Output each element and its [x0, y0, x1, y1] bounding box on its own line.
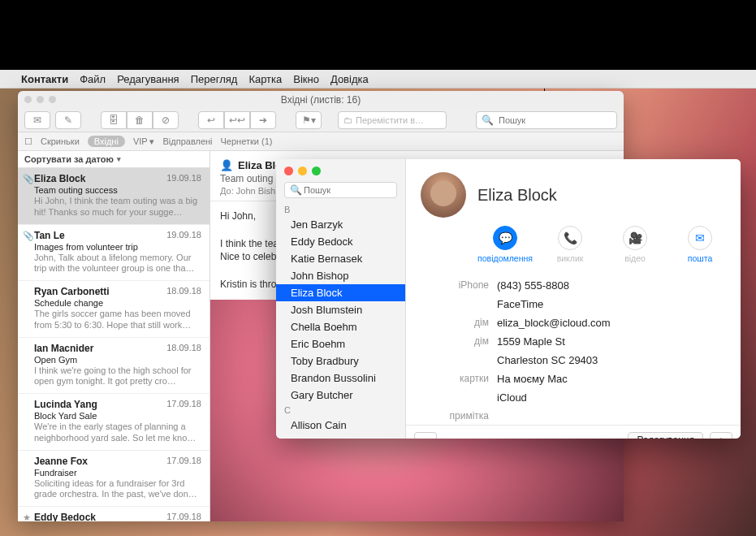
field-value[interactable]: Charleston SC 29403: [497, 354, 598, 366]
contact-item[interactable]: Toby Bradbury: [276, 352, 405, 370]
field-value[interactable]: eliza_block@icloud.com: [497, 317, 611, 329]
message-preview: John, Talk about a lifelong memory. Our …: [34, 253, 203, 275]
menu-contacts[interactable]: Контакти: [21, 73, 68, 85]
tab-drafts[interactable]: Чернетки (1): [221, 136, 273, 146]
star-icon: ★: [23, 512, 31, 521]
menu-edit[interactable]: Редагування: [117, 73, 179, 85]
move-placeholder: Перемістити в…: [356, 115, 424, 125]
contacts-sidebar: 🔍 BJen BarzykEddy BedockKatie BernasekJo…: [276, 159, 406, 439]
message-item[interactable]: Ryan Carbonetti18.09.18Schedule changeTh…: [18, 281, 210, 338]
flag-button[interactable]: ⚑▾: [296, 111, 322, 129]
move-to-selector[interactable]: 🗀 Перемістити в…: [338, 111, 447, 129]
message-item[interactable]: 📎Tan Le19.09.18Images from volunteer tri…: [18, 225, 210, 282]
field-label: примітка: [421, 410, 497, 421]
contact-item[interactable]: Eliza Block: [276, 284, 405, 301]
menu-help[interactable]: Довідка: [330, 73, 369, 85]
message-date: 18.09.18: [166, 286, 201, 296]
menu-view[interactable]: Перегляд: [191, 73, 238, 85]
contact-icon[interactable]: 👤: [220, 159, 233, 171]
message-subject: Images from volunteer trip: [34, 242, 203, 252]
video-icon: 🎥: [623, 226, 647, 250]
message-item[interactable]: Lucinda Yang17.09.18Block Yard SaleWe're…: [18, 394, 210, 451]
contact-item[interactable]: Gary Butcher: [276, 387, 405, 404]
menu-file[interactable]: Файл: [80, 73, 106, 85]
field-value[interactable]: iCloud: [497, 391, 527, 404]
contact-item[interactable]: Josh Blumstein: [276, 301, 405, 318]
tab-vip[interactable]: VIP ▾: [133, 136, 155, 147]
field-value[interactable]: (843) 555-8808: [497, 279, 569, 292]
mail-window-title: Вхідні (листів: 16): [281, 94, 361, 106]
traffic-lights[interactable]: [24, 96, 56, 103]
search-icon: 🔍: [482, 115, 494, 126]
action-label: відео: [624, 253, 646, 263]
mail-title-bar[interactable]: Вхідні (листів: 16): [18, 91, 624, 109]
contact-item[interactable]: Allison Cain: [276, 417, 405, 434]
contact-item[interactable]: Jen Barzyk: [276, 216, 405, 233]
contact-item[interactable]: John Bishop: [276, 267, 405, 284]
mail-action[interactable]: ✉ пошта: [674, 226, 726, 263]
zoom-icon[interactable]: [49, 96, 56, 103]
video-action[interactable]: 🎥 відео: [609, 226, 661, 263]
contact-item[interactable]: Brandon Bussolini: [276, 370, 405, 387]
callout-line: [63, 49, 64, 71]
reply-all-button[interactable]: ↩↩: [224, 111, 250, 129]
message-item[interactable]: Jeanne Fox17.09.18FundraiserSoliciting i…: [18, 451, 210, 508]
menu-window[interactable]: Вікно: [293, 73, 319, 85]
archive-button[interactable]: 🗄: [101, 111, 127, 129]
phone-icon: 📞: [558, 226, 582, 250]
close-icon[interactable]: [284, 166, 293, 175]
compose-button[interactable]: ✎: [55, 111, 81, 129]
avatar[interactable]: [421, 172, 466, 218]
message-preview: I think we're going to the high school f…: [34, 365, 203, 388]
sort-selector[interactable]: Сортувати за датою ▾: [18, 151, 210, 168]
contacts-search-input[interactable]: [302, 184, 391, 196]
contact-item[interactable]: Eddy Bedock: [276, 233, 405, 250]
contact-item[interactable]: Katie Bernasek: [276, 250, 405, 267]
tab-inbox[interactable]: Вхідні: [88, 136, 125, 147]
message-item[interactable]: 📎Eliza Block19.09.18Team outing successH…: [18, 168, 210, 225]
mail-search-input[interactable]: [497, 115, 598, 126]
zoom-icon[interactable]: [312, 166, 321, 175]
edit-button[interactable]: Редагування: [628, 432, 703, 439]
minimize-icon[interactable]: [298, 166, 307, 175]
sort-label: Сортувати за датою: [24, 154, 114, 164]
message-icon: 💬: [493, 226, 517, 250]
field-value[interactable]: На моєму Mac: [497, 373, 568, 385]
get-mail-button[interactable]: ✉: [24, 111, 50, 129]
message-preview: We're in the early stages of planning a …: [34, 421, 203, 444]
contact-item[interactable]: Joe Calonje: [276, 434, 405, 439]
contacts-list[interactable]: BJen BarzykEddy BedockKatie BernasekJohn…: [276, 203, 405, 439]
message-item[interactable]: ★Eddy Bedock17.09.18Coming to TownHey, s…: [18, 507, 210, 521]
close-icon[interactable]: [24, 96, 32, 103]
contacts-search[interactable]: 🔍: [284, 182, 397, 198]
message-subject: Team outing success: [34, 185, 203, 195]
mail-search[interactable]: 🔍: [476, 111, 617, 129]
contacts-traffic-lights[interactable]: [276, 159, 405, 182]
junk-button[interactable]: ⊘: [153, 111, 179, 129]
call-action[interactable]: 📞 виклик: [544, 226, 596, 263]
tab-mailboxes[interactable]: Скриньки: [41, 136, 80, 146]
tab-sent[interactable]: Відправлені: [162, 136, 212, 146]
contact-item[interactable]: Chella Boehm: [276, 318, 405, 335]
share-button[interactable]: ⇪: [710, 432, 732, 439]
delete-button[interactable]: 🗑: [127, 111, 153, 129]
menu-card[interactable]: Картка: [248, 73, 282, 85]
message-item[interactable]: Ian Macnider18.09.18Open GymI think we'r…: [18, 338, 210, 395]
action-label: повідомлення: [477, 253, 533, 263]
attachment-icon: 📎: [23, 231, 34, 241]
envelope-icon: ✉: [688, 226, 712, 250]
message-preview: Hi John, I think the team outing was a b…: [34, 196, 203, 218]
minimize-icon[interactable]: [37, 96, 44, 103]
add-button[interactable]: ＋: [414, 432, 437, 439]
sidebar-toggle-icon[interactable]: ☐: [24, 136, 32, 147]
reply-button[interactable]: ↩: [198, 111, 224, 129]
section-header: C: [276, 404, 405, 417]
message-preview: Soliciting ideas for a fundraiser for 3r…: [34, 478, 203, 501]
field-value[interactable]: 1559 Maple St: [497, 335, 565, 348]
message-date: 18.09.18: [166, 343, 201, 352]
message-list: Сортувати за датою ▾ 📎Eliza Block19.09.1…: [18, 151, 210, 521]
message-action[interactable]: 💬 повідомлення: [479, 226, 531, 263]
field-value[interactable]: FaceTime: [497, 298, 543, 310]
contact-item[interactable]: Eric Boehm: [276, 335, 405, 352]
forward-button[interactable]: ➔: [250, 111, 276, 129]
